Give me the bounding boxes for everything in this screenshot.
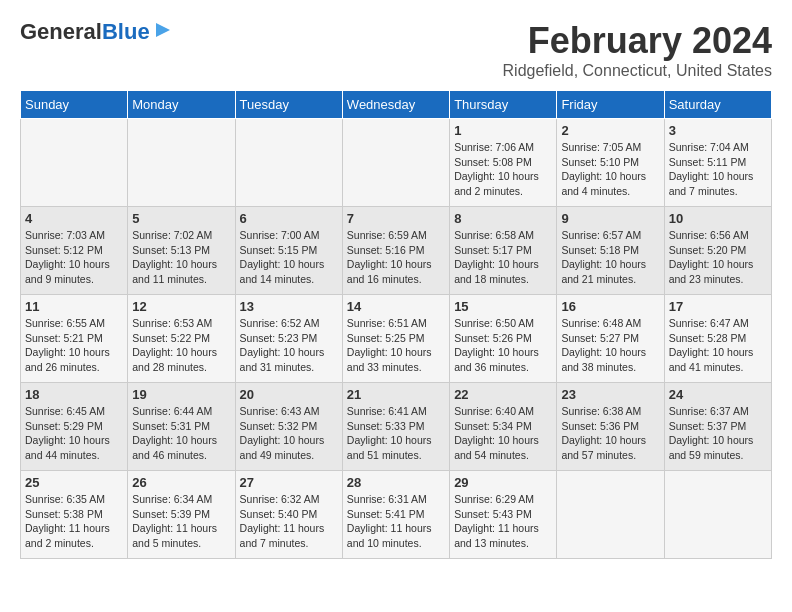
day-info: Sunrise: 6:52 AMSunset: 5:23 PMDaylight:… <box>240 316 338 375</box>
day-info: Sunrise: 7:02 AMSunset: 5:13 PMDaylight:… <box>132 228 230 287</box>
day-number: 3 <box>669 123 767 138</box>
day-info: Sunrise: 7:04 AMSunset: 5:11 PMDaylight:… <box>669 140 767 199</box>
calendar-cell: 11Sunrise: 6:55 AMSunset: 5:21 PMDayligh… <box>21 295 128 383</box>
calendar-cell: 22Sunrise: 6:40 AMSunset: 5:34 PMDayligh… <box>450 383 557 471</box>
day-info: Sunrise: 6:58 AMSunset: 5:17 PMDaylight:… <box>454 228 552 287</box>
calendar-cell: 2Sunrise: 7:05 AMSunset: 5:10 PMDaylight… <box>557 119 664 207</box>
day-number: 6 <box>240 211 338 226</box>
calendar-cell: 13Sunrise: 6:52 AMSunset: 5:23 PMDayligh… <box>235 295 342 383</box>
page-header: GeneralBlue February 2024 Ridgefield, Co… <box>20 20 772 80</box>
day-number: 2 <box>561 123 659 138</box>
logo-text: GeneralBlue <box>20 20 150 44</box>
day-number: 24 <box>669 387 767 402</box>
day-info: Sunrise: 7:06 AMSunset: 5:08 PMDaylight:… <box>454 140 552 199</box>
day-number: 8 <box>454 211 552 226</box>
day-info: Sunrise: 6:43 AMSunset: 5:32 PMDaylight:… <box>240 404 338 463</box>
calendar-cell: 12Sunrise: 6:53 AMSunset: 5:22 PMDayligh… <box>128 295 235 383</box>
day-info: Sunrise: 6:31 AMSunset: 5:41 PMDaylight:… <box>347 492 445 551</box>
day-info: Sunrise: 7:00 AMSunset: 5:15 PMDaylight:… <box>240 228 338 287</box>
calendar-table: SundayMondayTuesdayWednesdayThursdayFrid… <box>20 90 772 559</box>
calendar-cell <box>557 471 664 559</box>
header-cell-thursday: Thursday <box>450 91 557 119</box>
week-row-3: 11Sunrise: 6:55 AMSunset: 5:21 PMDayligh… <box>21 295 772 383</box>
day-number: 28 <box>347 475 445 490</box>
day-info: Sunrise: 6:29 AMSunset: 5:43 PMDaylight:… <box>454 492 552 551</box>
location: Ridgefield, Connecticut, United States <box>503 62 772 80</box>
day-number: 26 <box>132 475 230 490</box>
day-number: 19 <box>132 387 230 402</box>
header-cell-monday: Monday <box>128 91 235 119</box>
day-info: Sunrise: 6:34 AMSunset: 5:39 PMDaylight:… <box>132 492 230 551</box>
calendar-cell: 6Sunrise: 7:00 AMSunset: 5:15 PMDaylight… <box>235 207 342 295</box>
calendar-cell: 9Sunrise: 6:57 AMSunset: 5:18 PMDaylight… <box>557 207 664 295</box>
day-number: 13 <box>240 299 338 314</box>
calendar-cell: 26Sunrise: 6:34 AMSunset: 5:39 PMDayligh… <box>128 471 235 559</box>
day-info: Sunrise: 6:57 AMSunset: 5:18 PMDaylight:… <box>561 228 659 287</box>
day-number: 17 <box>669 299 767 314</box>
day-number: 20 <box>240 387 338 402</box>
day-info: Sunrise: 6:37 AMSunset: 5:37 PMDaylight:… <box>669 404 767 463</box>
title-block: February 2024 Ridgefield, Connecticut, U… <box>503 20 772 80</box>
day-info: Sunrise: 6:41 AMSunset: 5:33 PMDaylight:… <box>347 404 445 463</box>
day-number: 18 <box>25 387 123 402</box>
calendar-cell: 4Sunrise: 7:03 AMSunset: 5:12 PMDaylight… <box>21 207 128 295</box>
calendar-cell <box>664 471 771 559</box>
calendar-header: SundayMondayTuesdayWednesdayThursdayFrid… <box>21 91 772 119</box>
header-cell-saturday: Saturday <box>664 91 771 119</box>
week-row-5: 25Sunrise: 6:35 AMSunset: 5:38 PMDayligh… <box>21 471 772 559</box>
calendar-cell: 29Sunrise: 6:29 AMSunset: 5:43 PMDayligh… <box>450 471 557 559</box>
calendar-cell: 7Sunrise: 6:59 AMSunset: 5:16 PMDaylight… <box>342 207 449 295</box>
day-number: 5 <box>132 211 230 226</box>
day-info: Sunrise: 6:50 AMSunset: 5:26 PMDaylight:… <box>454 316 552 375</box>
day-number: 25 <box>25 475 123 490</box>
header-cell-tuesday: Tuesday <box>235 91 342 119</box>
calendar-cell: 14Sunrise: 6:51 AMSunset: 5:25 PMDayligh… <box>342 295 449 383</box>
week-row-4: 18Sunrise: 6:45 AMSunset: 5:29 PMDayligh… <box>21 383 772 471</box>
day-number: 1 <box>454 123 552 138</box>
header-cell-wednesday: Wednesday <box>342 91 449 119</box>
calendar-cell: 23Sunrise: 6:38 AMSunset: 5:36 PMDayligh… <box>557 383 664 471</box>
calendar-cell: 27Sunrise: 6:32 AMSunset: 5:40 PMDayligh… <box>235 471 342 559</box>
calendar-cell <box>21 119 128 207</box>
calendar-cell: 17Sunrise: 6:47 AMSunset: 5:28 PMDayligh… <box>664 295 771 383</box>
day-number: 29 <box>454 475 552 490</box>
header-cell-friday: Friday <box>557 91 664 119</box>
calendar-cell: 28Sunrise: 6:31 AMSunset: 5:41 PMDayligh… <box>342 471 449 559</box>
calendar-cell: 25Sunrise: 6:35 AMSunset: 5:38 PMDayligh… <box>21 471 128 559</box>
month-title: February 2024 <box>503 20 772 62</box>
day-info: Sunrise: 6:32 AMSunset: 5:40 PMDaylight:… <box>240 492 338 551</box>
day-number: 11 <box>25 299 123 314</box>
day-number: 7 <box>347 211 445 226</box>
day-info: Sunrise: 6:44 AMSunset: 5:31 PMDaylight:… <box>132 404 230 463</box>
header-cell-sunday: Sunday <box>21 91 128 119</box>
calendar-cell: 5Sunrise: 7:02 AMSunset: 5:13 PMDaylight… <box>128 207 235 295</box>
day-number: 15 <box>454 299 552 314</box>
calendar-cell: 15Sunrise: 6:50 AMSunset: 5:26 PMDayligh… <box>450 295 557 383</box>
day-number: 9 <box>561 211 659 226</box>
calendar-cell: 21Sunrise: 6:41 AMSunset: 5:33 PMDayligh… <box>342 383 449 471</box>
day-info: Sunrise: 6:53 AMSunset: 5:22 PMDaylight:… <box>132 316 230 375</box>
calendar-cell <box>128 119 235 207</box>
day-info: Sunrise: 7:05 AMSunset: 5:10 PMDaylight:… <box>561 140 659 199</box>
calendar-body: 1Sunrise: 7:06 AMSunset: 5:08 PMDaylight… <box>21 119 772 559</box>
calendar-cell: 8Sunrise: 6:58 AMSunset: 5:17 PMDaylight… <box>450 207 557 295</box>
day-info: Sunrise: 6:47 AMSunset: 5:28 PMDaylight:… <box>669 316 767 375</box>
week-row-1: 1Sunrise: 7:06 AMSunset: 5:08 PMDaylight… <box>21 119 772 207</box>
day-number: 27 <box>240 475 338 490</box>
day-number: 14 <box>347 299 445 314</box>
logo: GeneralBlue <box>20 20 172 44</box>
calendar-cell: 3Sunrise: 7:04 AMSunset: 5:11 PMDaylight… <box>664 119 771 207</box>
calendar-cell: 19Sunrise: 6:44 AMSunset: 5:31 PMDayligh… <box>128 383 235 471</box>
day-info: Sunrise: 6:45 AMSunset: 5:29 PMDaylight:… <box>25 404 123 463</box>
day-info: Sunrise: 6:51 AMSunset: 5:25 PMDaylight:… <box>347 316 445 375</box>
day-number: 21 <box>347 387 445 402</box>
calendar-cell: 20Sunrise: 6:43 AMSunset: 5:32 PMDayligh… <box>235 383 342 471</box>
day-number: 16 <box>561 299 659 314</box>
day-info: Sunrise: 6:56 AMSunset: 5:20 PMDaylight:… <box>669 228 767 287</box>
day-info: Sunrise: 6:59 AMSunset: 5:16 PMDaylight:… <box>347 228 445 287</box>
day-info: Sunrise: 6:48 AMSunset: 5:27 PMDaylight:… <box>561 316 659 375</box>
day-info: Sunrise: 6:55 AMSunset: 5:21 PMDaylight:… <box>25 316 123 375</box>
calendar-cell <box>235 119 342 207</box>
calendar-cell: 18Sunrise: 6:45 AMSunset: 5:29 PMDayligh… <box>21 383 128 471</box>
day-info: Sunrise: 6:35 AMSunset: 5:38 PMDaylight:… <box>25 492 123 551</box>
